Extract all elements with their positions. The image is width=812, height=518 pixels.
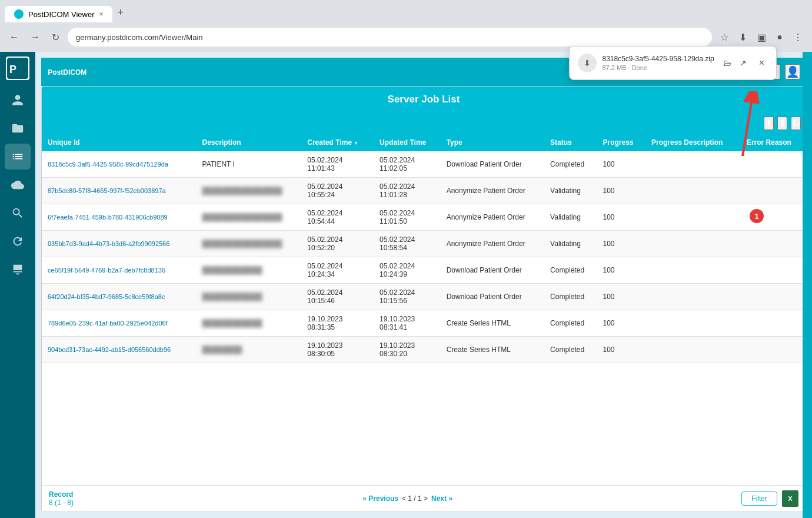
back-button[interactable]: ←	[6, 29, 22, 45]
cell-unique-id: 64f20d24-bf35-4bd7-9685-5c8ce59f8a8c	[42, 284, 197, 310]
reload-button[interactable]: ↻	[48, 29, 63, 45]
col-type: Type	[441, 134, 544, 151]
cell-updated-time: 05.02.2024 11:02:05	[374, 151, 441, 178]
annotation-badge-container: 1	[750, 209, 764, 223]
cell-status: Completed	[544, 284, 597, 310]
extensions-button[interactable]: ▣	[754, 29, 770, 45]
cell-type: Create Series HTML	[441, 337, 544, 363]
cell-progress-desc	[645, 231, 741, 257]
cell-unique-id: 8318c5c9-3af5-4425-958c-99cd475129da	[42, 151, 197, 178]
cell-created-time: 19.10.2023 08:31:35	[301, 310, 374, 337]
cell-description: ████████████	[197, 257, 302, 284]
download-button[interactable]: ⬇	[736, 29, 750, 45]
table-row[interactable]: 64f20d24-bf35-4bd7-9685-5c8ce59f8a8c ███…	[42, 284, 806, 310]
sidebar-item-cloud[interactable]	[5, 172, 31, 198]
download-open-button[interactable]: ↗	[737, 57, 750, 69]
record-range: 8 (1 - 8)	[49, 499, 74, 507]
app-container: P PostDICOM	[0, 52, 812, 518]
dialog-title: Server Job List	[388, 94, 460, 105]
col-description: Description	[197, 134, 302, 151]
record-label: Record	[49, 490, 74, 499]
tab-title: PostDICOM Viewer	[28, 10, 94, 19]
table-row[interactable]: 035bb7d3-9ad4-4b73-b3d6-a2fb99092566 ███…	[42, 231, 806, 257]
col-updated-time: Updated Time	[374, 134, 441, 151]
download-popup-close-button[interactable]: ×	[756, 57, 768, 69]
table-row[interactable]: ce65f19f-5649-4769-b2a7-deb7fc8d8136 ███…	[42, 257, 806, 284]
cell-error-reason	[741, 151, 806, 178]
cell-description: ████████████████	[197, 178, 302, 204]
cell-status: Validating	[544, 204, 597, 231]
cell-progress-desc	[645, 151, 741, 178]
menu-button[interactable]: ⋮	[790, 29, 806, 45]
table-row[interactable]: 8318c5c9-3af5-4425-958c-99cd475129da PAT…	[42, 151, 806, 178]
app-profile-button[interactable]: 👤	[785, 64, 800, 79]
address-input[interactable]	[68, 28, 712, 47]
cell-created-time: 05.02.2024 11:01:43	[301, 151, 374, 178]
right-sidebar	[803, 52, 812, 518]
cell-unique-id: 789d6e05-239c-41af-ba00-2925e042d06f	[42, 310, 197, 337]
cell-description: ████████████	[197, 310, 302, 337]
tab-favicon	[14, 9, 24, 19]
cell-progress: 100	[597, 284, 645, 310]
new-tab-button[interactable]: +	[112, 3, 128, 22]
cell-unique-id: 904bcd31-73ac-4492-ab15-d056560ddb96	[42, 337, 197, 363]
previous-button[interactable]: « Previous	[362, 494, 398, 503]
table-row[interactable]: 87b5dc80-57f8-4665-997f-f52eb003897a ███…	[42, 178, 806, 204]
cell-updated-time: 19.10.2023 08:31:41	[374, 310, 441, 337]
active-tab[interactable]: PostDICOM Viewer ×	[5, 6, 112, 22]
pagination-record: Record 8 (1 - 8)	[49, 490, 74, 507]
cell-description: PATIENT I	[197, 151, 302, 178]
col-status: Status	[544, 134, 597, 151]
filter-refresh-icon[interactable]: ↻	[791, 117, 801, 130]
tab-close-button[interactable]: ×	[99, 10, 103, 18]
cell-created-time: 05.02.2024 10:15:46	[301, 284, 374, 310]
cell-status: Validating	[544, 231, 597, 257]
cell-unique-id: ce65f19f-5649-4769-b2a7-deb7fc8d8136	[42, 257, 197, 284]
sidebar-item-search[interactable]	[5, 200, 31, 226]
cell-type: Anonymize Patient Order	[441, 231, 544, 257]
cell-status: Completed	[544, 257, 597, 284]
filter-download-icon[interactable]: ⬇	[777, 117, 787, 130]
jobs-table-body: 8318c5c9-3af5-4425-958c-99cd475129da PAT…	[42, 151, 806, 363]
cell-unique-id: 87b5dc80-57f8-4665-997f-f52eb003897a	[42, 178, 197, 204]
svg-text:P: P	[9, 64, 16, 75]
page-info: < 1 / 1 >	[402, 494, 428, 503]
cell-progress: 100	[597, 231, 645, 257]
cell-progress: 100	[597, 204, 645, 231]
cell-type: Create Series HTML	[441, 310, 544, 337]
bookmark-button[interactable]: ☆	[717, 29, 732, 45]
download-folder-button[interactable]: 🗁	[720, 57, 734, 69]
cell-type: Anonymize Patient Order	[441, 178, 544, 204]
pagination-bar: Record 8 (1 - 8) « Previous < 1 / 1 > Ne…	[42, 485, 806, 512]
cell-error-reason	[741, 310, 806, 337]
sidebar-item-monitor[interactable]	[5, 257, 31, 283]
cell-status: Validating	[544, 178, 597, 204]
forward-button[interactable]: →	[27, 29, 44, 45]
sidebar-item-person[interactable]	[5, 87, 31, 113]
cell-progress-desc	[645, 257, 741, 284]
cell-progress-desc	[645, 310, 741, 337]
cell-description: ████████████████	[197, 204, 302, 231]
table-row[interactable]: 6f7eaefa-7451-459b-b780-431906cb9089 ███…	[42, 204, 806, 231]
profile-button[interactable]: ●	[773, 29, 786, 45]
sidebar-item-refresh[interactable]	[5, 228, 31, 254]
table-row[interactable]: 789d6e05-239c-41af-ba00-2925e042d06f ███…	[42, 310, 806, 337]
cell-status: Completed	[544, 151, 597, 178]
next-button[interactable]: Next »	[431, 494, 452, 503]
sidebar: P	[0, 52, 35, 518]
download-info: 8318c5c9-3af5-4425-958-129da.zip 87.2 MB…	[603, 55, 714, 71]
cell-progress-desc	[645, 337, 741, 363]
col-created-time[interactable]: Created Time	[301, 134, 374, 151]
filter-button[interactable]: Filter	[741, 492, 777, 506]
cell-progress: 100	[597, 337, 645, 363]
sidebar-item-folder[interactable]	[5, 115, 31, 141]
filter-upload-icon[interactable]: ⬆	[764, 117, 774, 130]
cell-created-time: 05.02.2024 10:54:44	[301, 204, 374, 231]
cell-status: Completed	[544, 337, 597, 363]
sidebar-item-list[interactable]	[5, 144, 31, 170]
cell-progress: 100	[597, 310, 645, 337]
table-row[interactable]: 904bcd31-73ac-4492-ab15-d056560ddb96 ███…	[42, 337, 806, 363]
cell-error-reason	[741, 231, 806, 257]
excel-export-button[interactable]: X	[782, 490, 798, 507]
svg-text:PostDICOM: PostDICOM	[48, 68, 86, 77]
